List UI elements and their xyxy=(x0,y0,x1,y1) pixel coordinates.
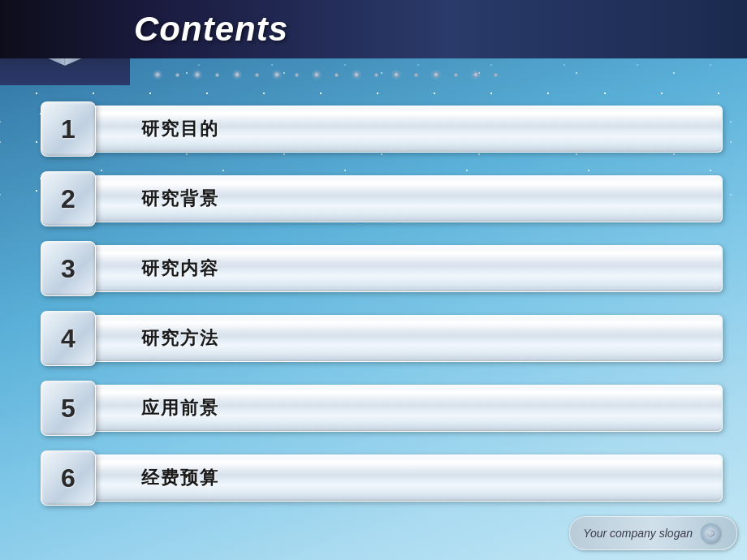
dot-12 xyxy=(374,73,378,77)
item-label-5: 应用前景 xyxy=(141,396,219,420)
dot-7 xyxy=(274,71,280,78)
dot-15 xyxy=(433,71,439,78)
item-number-4: 4 xyxy=(41,311,96,366)
item-bar-1[interactable]: 研究目的 xyxy=(93,106,723,153)
item-bar-6[interactable]: 经费预算 xyxy=(93,454,723,502)
dot-17 xyxy=(473,71,479,78)
item-bar-2[interactable]: 研究背景 xyxy=(93,175,723,222)
dot-6 xyxy=(255,73,259,77)
list-item[interactable]: 4 研究方法 xyxy=(41,311,723,366)
dot-2 xyxy=(175,73,179,77)
item-number-3: 3 xyxy=(41,241,96,296)
item-bar-5[interactable]: 应用前景 xyxy=(93,385,723,432)
dot-16 xyxy=(454,73,458,77)
dot-4 xyxy=(215,73,219,77)
dot-3 xyxy=(194,71,201,78)
item-label-4: 研究方法 xyxy=(141,326,219,351)
dot-10 xyxy=(335,73,339,77)
item-number-2: 2 xyxy=(41,171,96,226)
item-number-5: 5 xyxy=(41,381,96,436)
item-number-6: 6 xyxy=(41,450,96,506)
item-label-1: 研究目的 xyxy=(141,117,219,141)
item-number-1: 1 xyxy=(41,101,96,157)
item-bar-3[interactable]: 研究内容 xyxy=(93,245,723,292)
dot-14 xyxy=(414,73,418,77)
list-item[interactable]: 3 研究内容 xyxy=(41,241,723,296)
dot-5 xyxy=(234,71,240,78)
list-item[interactable]: 5 应用前景 xyxy=(41,381,723,436)
item-bar-4[interactable]: 研究方法 xyxy=(93,315,723,362)
dot-11 xyxy=(353,71,360,78)
item-label-6: 经费预算 xyxy=(141,466,219,490)
page-title: Contents xyxy=(134,10,288,49)
list-item[interactable]: 2 研究背景 xyxy=(41,171,723,226)
item-label-3: 研究内容 xyxy=(141,256,219,281)
slogan-icon xyxy=(701,523,720,543)
footer-slogan: Your company slogan xyxy=(569,516,737,550)
dot-9 xyxy=(313,71,320,78)
header-bar: Contents xyxy=(0,0,747,58)
dot-8 xyxy=(295,73,299,77)
content-area: 1 研究目的 2 研究背景 3 研究内容 4 研究方法 5 应用前景 6 经费预… xyxy=(41,101,723,520)
slogan-text: Your company slogan xyxy=(583,527,693,540)
dot-13 xyxy=(393,71,399,78)
list-item[interactable]: 6 经费预算 xyxy=(41,450,723,506)
dots-row xyxy=(130,65,747,84)
dot-1 xyxy=(154,71,161,78)
item-label-2: 研究背景 xyxy=(141,187,219,211)
list-item[interactable]: 1 研究目的 xyxy=(41,101,723,157)
dot-18 xyxy=(494,73,498,77)
